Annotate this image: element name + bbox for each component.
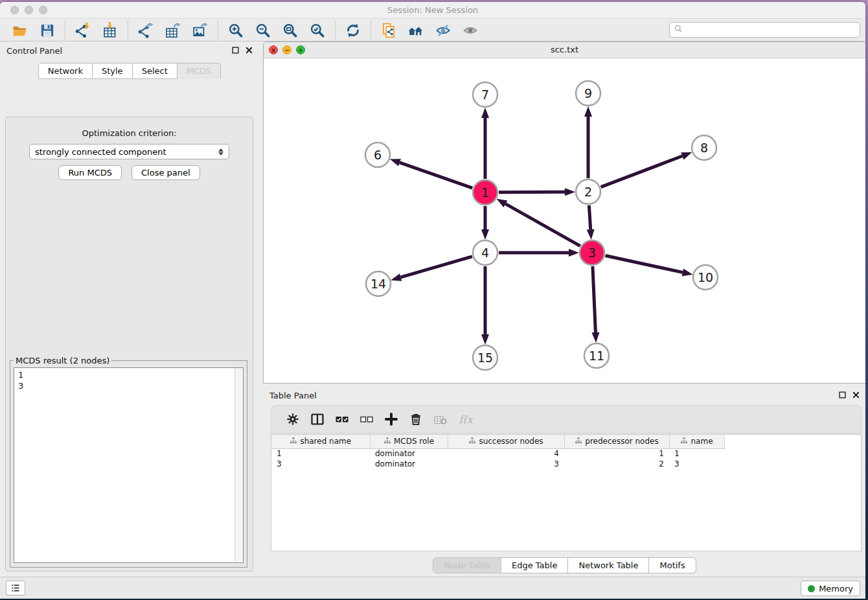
zoom-out-icon[interactable] xyxy=(254,21,272,40)
zoom-selected-icon[interactable] xyxy=(308,21,326,40)
window-titlebar: Session: New Session xyxy=(0,2,865,19)
toolbar-separator xyxy=(65,21,65,40)
application-window: Session: New Session Control Panel Netwo… xyxy=(0,2,865,599)
mcds-result-line: 3 xyxy=(18,380,239,391)
graph-node-8[interactable]: 8 xyxy=(692,135,716,160)
graph-edge-2-3[interactable] xyxy=(589,205,590,229)
zoom-fit-icon[interactable] xyxy=(281,21,299,40)
tab-node-table[interactable]: Node Table xyxy=(433,557,501,573)
duplicate-network-icon[interactable] xyxy=(380,21,398,40)
svg-text:11: 11 xyxy=(589,349,604,363)
graph-node-7[interactable]: 7 xyxy=(473,82,497,107)
select-all-columns-icon[interactable] xyxy=(334,411,350,428)
export-image-icon[interactable] xyxy=(191,21,209,40)
tab-network[interactable]: Network xyxy=(38,63,93,79)
graph-node-2[interactable]: 2 xyxy=(576,179,600,204)
close-table-panel-icon[interactable] xyxy=(851,390,861,400)
table-cell: 3 xyxy=(448,459,564,469)
control-panel: Control Panel NetworkStyleSelectMCDS Opt… xyxy=(0,41,259,577)
columns-icon[interactable] xyxy=(309,411,326,428)
criterion-dropdown[interactable]: strongly connected component xyxy=(29,144,229,159)
result-scrollbar[interactable] xyxy=(234,368,243,562)
tab-edge-table[interactable]: Edge Table xyxy=(501,557,568,573)
delete-table-icon xyxy=(432,411,449,428)
tree-icon xyxy=(575,437,582,446)
import-network-icon[interactable] xyxy=(74,21,92,40)
mcds-result-box: 13 xyxy=(14,367,244,563)
export-table-icon[interactable] xyxy=(164,21,182,40)
tree-icon xyxy=(468,437,476,446)
tab-motifs[interactable]: Motifs xyxy=(649,557,696,573)
float-table-panel-icon[interactable] xyxy=(838,390,847,400)
column-header-predecessor-nodes[interactable]: predecessor nodes xyxy=(564,435,669,448)
trash-icon[interactable] xyxy=(407,411,424,428)
graph-node-14[interactable]: 14 xyxy=(366,271,391,296)
open-icon[interactable] xyxy=(11,21,29,40)
network-title: scc.txt xyxy=(264,45,865,54)
graph-node-9[interactable]: 9 xyxy=(576,81,600,106)
svg-text:f(x): f(x) xyxy=(459,413,474,426)
graph-edge-3-1[interactable] xyxy=(505,204,580,246)
column-header-successor-nodes[interactable]: successor nodes xyxy=(448,435,564,448)
svg-text:9: 9 xyxy=(584,86,592,100)
export-network-icon[interactable] xyxy=(137,21,155,40)
graph-node-10[interactable]: 10 xyxy=(693,265,718,290)
graph-node-3[interactable]: 3 xyxy=(580,240,604,265)
memory-label: Memory xyxy=(819,584,853,594)
node-table-container: shared nameMCDS rolesuccessor nodesprede… xyxy=(271,434,862,551)
tab-mcds[interactable]: MCDS xyxy=(177,63,222,79)
close-panel-button[interactable]: Close panel xyxy=(131,165,200,180)
float-panel-icon[interactable] xyxy=(231,45,240,55)
graph-edge-1-6[interactable] xyxy=(400,163,472,188)
hide-selected-icon[interactable] xyxy=(434,21,452,40)
table-cell: 3 xyxy=(271,459,370,469)
close-panel-icon[interactable] xyxy=(244,45,254,55)
graph-edge-2-8[interactable] xyxy=(601,156,683,187)
graph-edge-1-2[interactable] xyxy=(499,192,565,192)
column-header-MCDS-role[interactable]: MCDS role xyxy=(370,435,448,448)
table-cell: 4 xyxy=(448,448,564,459)
task-history-button[interactable] xyxy=(6,581,25,595)
table-panel: Table Panel f(x) shared nameMCDS rolesuc… xyxy=(263,386,865,579)
tab-select[interactable]: Select xyxy=(133,63,177,79)
unselect-all-columns-icon[interactable] xyxy=(358,411,375,428)
table-row[interactable]: 3dominator323 xyxy=(271,459,724,469)
graph-edge-3-10[interactable] xyxy=(606,255,683,272)
run-mcds-button[interactable]: Run MCDS xyxy=(58,165,122,180)
refresh-icon[interactable] xyxy=(344,21,362,40)
first-neighbors-icon[interactable] xyxy=(407,21,425,40)
graph-node-15[interactable]: 15 xyxy=(473,345,497,370)
save-icon[interactable] xyxy=(38,21,56,40)
svg-text:8: 8 xyxy=(700,141,708,155)
search-input[interactable] xyxy=(687,23,856,36)
tab-network-table[interactable]: Network Table xyxy=(568,557,649,573)
table-row[interactable]: 1dominator411 xyxy=(271,448,724,459)
memory-button[interactable]: Memory xyxy=(801,581,860,596)
dropdown-stepper-icon xyxy=(218,148,223,156)
toolbar-separator xyxy=(218,21,218,40)
graph-edge-4-14[interactable] xyxy=(401,257,472,277)
criterion-value: strongly connected component xyxy=(35,147,218,157)
graph-node-4[interactable]: 4 xyxy=(473,240,497,265)
show-all-icon[interactable] xyxy=(461,21,479,40)
svg-text:1: 1 xyxy=(481,185,489,200)
toolbar-separator xyxy=(128,21,128,40)
import-table-icon[interactable] xyxy=(101,21,119,40)
tab-style[interactable]: Style xyxy=(93,63,133,79)
column-header-name[interactable]: name xyxy=(669,435,724,448)
table-cell: dominator xyxy=(370,459,448,469)
tree-icon xyxy=(290,437,297,446)
main-toolbar xyxy=(0,19,865,41)
zoom-in-icon[interactable] xyxy=(227,21,245,40)
settings-gear-icon[interactable] xyxy=(284,411,301,428)
svg-text:15: 15 xyxy=(477,351,493,365)
graph-edge-3-11[interactable] xyxy=(593,266,595,332)
column-header-shared-name[interactable]: shared name xyxy=(271,435,370,448)
add-icon[interactable] xyxy=(383,411,400,428)
graph-node-6[interactable]: 6 xyxy=(365,143,390,167)
toolbar-separator xyxy=(371,21,371,40)
graph-node-1[interactable]: 1 xyxy=(473,180,497,205)
table-cell: 1 xyxy=(271,448,370,459)
network-canvas[interactable]: 1234678910111415 xyxy=(264,58,865,383)
graph-node-11[interactable]: 11 xyxy=(584,343,609,368)
